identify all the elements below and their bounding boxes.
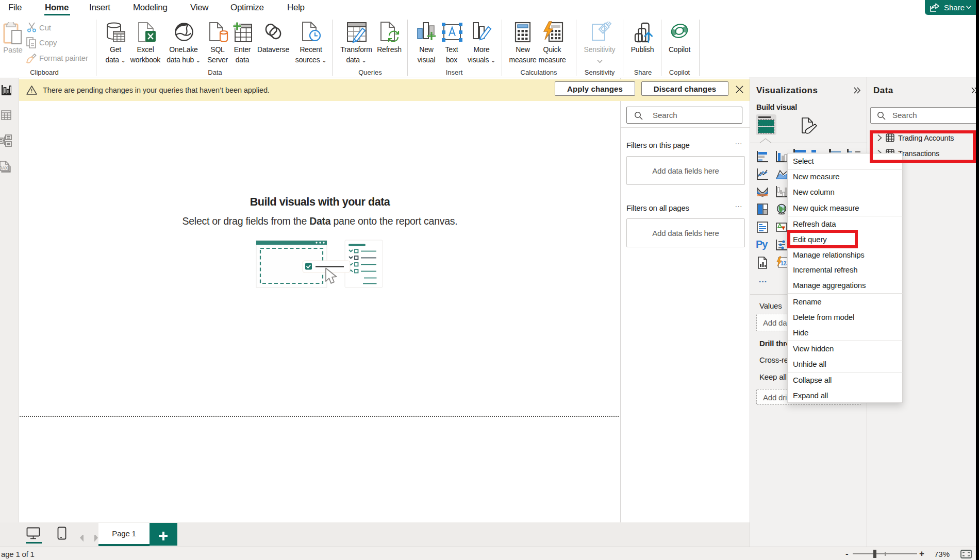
svg-text:DAX: DAX xyxy=(0,165,8,171)
